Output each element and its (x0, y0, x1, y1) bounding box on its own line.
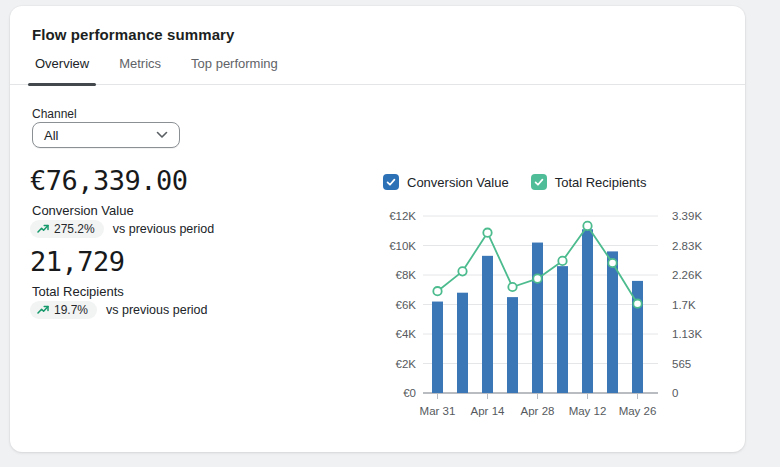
legend-item-total-recipients[interactable]: Total Recipients (531, 174, 647, 190)
right-axis-tick: 3.39K (672, 210, 702, 222)
line-marker-total-recipients[interactable] (583, 222, 591, 230)
combo-chart: €12K3.39K€10K2.83K€8K2.26K€6K1.7K€4K1.13… (378, 204, 738, 436)
tab-overview[interactable]: Overview (34, 54, 90, 84)
left-axis-tick: €12K (389, 210, 416, 222)
line-marker-total-recipients[interactable] (608, 259, 616, 267)
channel-select[interactable]: All (32, 122, 180, 148)
right-axis-tick: 1.13K (672, 328, 702, 340)
change-value: 275.2% (54, 222, 95, 236)
left-axis-tick: €4K (396, 328, 417, 340)
right-axis-tick: 2.26K (672, 269, 702, 281)
change-suffix: vs previous period (106, 303, 207, 317)
trend-up-icon (37, 304, 49, 316)
channel-select-value: All (44, 128, 58, 143)
combo-chart-svg: €12K3.39K€10K2.83K€8K2.26K€6K1.7K€4K1.13… (378, 204, 738, 436)
line-marker-total-recipients[interactable] (483, 229, 491, 237)
bar-conversion-value[interactable] (507, 297, 518, 393)
line-marker-total-recipients[interactable] (633, 300, 641, 308)
change-suffix: vs previous period (113, 222, 214, 236)
legend-label: Conversion Value (407, 175, 509, 190)
left-axis-tick: €0 (403, 387, 416, 399)
right-axis-tick: 2.83K (672, 240, 702, 252)
x-axis-tick: Mar 31 (420, 405, 456, 417)
flow-performance-card: Flow performance summary Overview Metric… (10, 6, 745, 452)
x-axis-tick: May 12 (569, 405, 607, 417)
bar-conversion-value[interactable] (607, 251, 618, 393)
x-axis-tick: Apr 28 (521, 405, 555, 417)
change-badge: 275.2% (30, 220, 104, 238)
chevron-down-icon (156, 131, 168, 139)
right-axis-tick: 0 (672, 387, 678, 399)
bar-conversion-value[interactable] (482, 256, 493, 393)
checkbox-checked-icon[interactable] (531, 174, 547, 190)
chart-legend: Conversion Value Total Recipients (383, 174, 646, 190)
left-axis-tick: €2K (396, 358, 417, 370)
left-axis-tick: €6K (396, 299, 417, 311)
left-axis-tick: €8K (396, 269, 417, 281)
legend-label: Total Recipients (555, 175, 647, 190)
metric-label-conversion: Conversion Value (32, 203, 134, 218)
left-axis-tick: €10K (389, 240, 416, 252)
line-marker-total-recipients[interactable] (433, 287, 441, 295)
x-axis-tick: May 26 (619, 405, 657, 417)
checkbox-checked-icon[interactable] (383, 174, 399, 190)
line-marker-total-recipients[interactable] (533, 274, 541, 282)
tab-bar: Overview Metrics Top performing (10, 54, 745, 85)
metric-change-row: 19.7% vs previous period (30, 301, 207, 319)
change-badge: 19.7% (30, 301, 97, 319)
channel-label: Channel (32, 107, 77, 121)
right-axis-tick: 565 (672, 358, 691, 370)
bar-conversion-value[interactable] (582, 229, 593, 393)
metric-label-recipients: Total Recipients (32, 284, 124, 299)
metric-value-recipients: 21,729 (30, 246, 125, 277)
legend-item-conversion-value[interactable]: Conversion Value (383, 174, 509, 190)
line-marker-total-recipients[interactable] (508, 283, 516, 291)
tab-metrics[interactable]: Metrics (118, 54, 162, 84)
trend-up-icon (37, 223, 49, 235)
metric-change-row: 275.2% vs previous period (30, 220, 214, 238)
right-axis-tick: 1.7K (672, 299, 696, 311)
page-title: Flow performance summary (32, 26, 234, 43)
bar-conversion-value[interactable] (457, 293, 468, 393)
metric-value-conversion: €76,339.00 (30, 165, 188, 196)
bar-conversion-value[interactable] (532, 243, 543, 393)
line-marker-total-recipients[interactable] (458, 267, 466, 275)
bar-conversion-value[interactable] (557, 266, 568, 393)
line-marker-total-recipients[interactable] (558, 257, 566, 265)
change-value: 19.7% (54, 303, 88, 317)
x-axis-tick: Apr 14 (471, 405, 505, 417)
tab-top-performing[interactable]: Top performing (190, 54, 279, 84)
bar-conversion-value[interactable] (432, 302, 443, 393)
